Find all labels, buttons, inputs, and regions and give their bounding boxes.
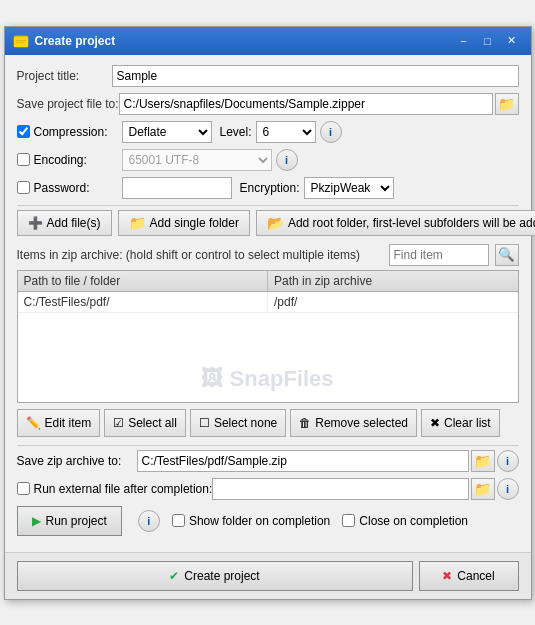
show-folder-option: Show folder on completion: [172, 514, 330, 528]
col-header-2: Path in zip archive: [268, 271, 518, 291]
remove-selected-button[interactable]: 🗑 Remove selected: [290, 409, 417, 437]
run-external-label: Run external file after completion:: [34, 482, 213, 496]
encryption-label: Encryption:: [240, 181, 300, 195]
table-row[interactable]: C:/TestFiles/pdf/ /pdf/: [18, 292, 518, 313]
clear-icon: ✖: [430, 416, 440, 430]
table-cell-zip: /pdf/: [268, 292, 518, 312]
project-title-input[interactable]: [112, 65, 519, 87]
table-body: C:/TestFiles/pdf/ /pdf/ 🖼 SnapFiles: [18, 292, 518, 402]
run-project-info-button[interactable]: i: [138, 510, 160, 532]
minimize-button[interactable]: −: [453, 32, 475, 50]
search-button[interactable]: 🔍: [495, 244, 519, 266]
watermark: 🖼 SnapFiles: [201, 366, 333, 392]
run-external-folder-button[interactable]: 📁: [471, 478, 495, 500]
project-title-row: Project title:: [17, 65, 519, 87]
encoding-select[interactable]: 65001 UTF-8: [122, 149, 272, 171]
encoding-checkbox[interactable]: [17, 153, 30, 166]
folder-icon-3: 📁: [474, 481, 491, 497]
divider-2: [17, 445, 519, 446]
folder-icon-2: 📁: [474, 453, 491, 469]
add-root-button[interactable]: 📂 Add root folder, first-level subfolder…: [256, 210, 535, 236]
encryption-select[interactable]: PkzipWeak: [304, 177, 394, 199]
save-project-input[interactable]: [119, 93, 493, 115]
select-none-button[interactable]: ☐ Select none: [190, 409, 286, 437]
compression-row: Compression: Deflate Level: 6 i: [17, 121, 519, 143]
final-buttons-row: ✔ Create project ✖ Cancel: [17, 561, 519, 591]
password-input[interactable]: [122, 177, 232, 199]
list-header: Items in zip archive: (hold shift or con…: [17, 244, 519, 266]
run-external-checkbox[interactable]: [17, 482, 30, 495]
compression-method-select[interactable]: Deflate: [122, 121, 212, 143]
select-all-icon: ☑: [113, 416, 124, 430]
run-project-button[interactable]: ▶ Run project: [17, 506, 122, 536]
search-input[interactable]: [389, 244, 489, 266]
save-zip-row: Save zip archive to: 📁 i: [17, 450, 519, 472]
clear-list-button[interactable]: ✖ Clear list: [421, 409, 500, 437]
window-icon: [13, 33, 29, 49]
encoding-row: Encoding: 65001 UTF-8 i: [17, 149, 519, 171]
add-folder-button[interactable]: 📁 Add single folder: [118, 210, 250, 236]
add-folder-icon: 📁: [129, 215, 146, 231]
close-on-option: Close on completion: [342, 514, 468, 528]
add-buttons-row: ➕ Add file(s) 📁 Add single folder 📂 Add …: [17, 210, 519, 236]
divider-1: [17, 205, 519, 206]
add-root-icon: 📂: [267, 215, 284, 231]
close-on-checkbox[interactable]: [342, 514, 355, 527]
run-external-info-button[interactable]: i: [497, 478, 519, 500]
svg-rect-2: [16, 40, 26, 41]
title-bar: Create project − □ ✕: [5, 27, 531, 55]
col-header-1: Path to file / folder: [18, 271, 269, 291]
table-cell-path: C:/TestFiles/pdf/: [18, 292, 269, 312]
show-folder-checkbox[interactable]: [172, 514, 185, 527]
select-all-button[interactable]: ☑ Select all: [104, 409, 186, 437]
edit-icon: ✏️: [26, 416, 41, 430]
remove-icon: 🗑: [299, 416, 311, 430]
password-checkbox[interactable]: [17, 181, 30, 194]
encoding-info-button[interactable]: i: [276, 149, 298, 171]
cancel-icon: ✖: [442, 569, 452, 583]
level-label: Level:: [220, 125, 252, 139]
password-label: Password:: [34, 181, 122, 195]
content-area: Project title: Save project file to: 📁 C…: [5, 55, 531, 552]
window-title: Create project: [35, 34, 453, 48]
edit-item-button[interactable]: ✏️ Edit item: [17, 409, 101, 437]
cancel-button[interactable]: ✖ Cancel: [419, 561, 519, 591]
save-zip-folder-button[interactable]: 📁: [471, 450, 495, 472]
list-section-label: Items in zip archive: (hold shift or con…: [17, 248, 383, 262]
close-button[interactable]: ✕: [501, 32, 523, 50]
save-zip-input[interactable]: [137, 450, 469, 472]
run-external-input[interactable]: [212, 478, 468, 500]
folder-icon: 📁: [498, 96, 515, 112]
action-buttons-row: ✏️ Edit item ☑ Select all ☐ Select none …: [17, 409, 519, 437]
run-external-row: Run external file after completion: 📁 i: [17, 478, 519, 500]
add-files-button[interactable]: ➕ Add file(s): [17, 210, 112, 236]
select-none-icon: ☐: [199, 416, 210, 430]
compression-checkbox[interactable]: [17, 125, 30, 138]
save-project-label: Save project file to:: [17, 97, 119, 111]
encoding-label: Encoding:: [34, 153, 122, 167]
create-icon: ✔: [169, 569, 179, 583]
window-controls: − □ ✕: [453, 32, 523, 50]
save-zip-label: Save zip archive to:: [17, 454, 137, 468]
main-window: Create project − □ ✕ Project title: Save…: [4, 26, 532, 600]
compression-info-button[interactable]: i: [320, 121, 342, 143]
svg-rect-3: [16, 42, 24, 43]
save-zip-info-button[interactable]: i: [497, 450, 519, 472]
compression-label: Compression:: [34, 125, 122, 139]
level-select[interactable]: 6: [256, 121, 316, 143]
create-project-button[interactable]: ✔ Create project: [17, 561, 413, 591]
table-header: Path to file / folder Path in zip archiv…: [18, 271, 518, 292]
save-project-folder-button[interactable]: 📁: [495, 93, 519, 115]
search-icon: 🔍: [498, 247, 515, 262]
password-row: Password: Encryption: PkzipWeak: [17, 177, 519, 199]
archive-table: Path to file / folder Path in zip archiv…: [17, 270, 519, 403]
project-title-label: Project title:: [17, 69, 112, 83]
run-options-row: ▶ Run project i Show folder on completio…: [17, 506, 519, 536]
run-icon: ▶: [32, 514, 41, 528]
bottom-bar: ✔ Create project ✖ Cancel: [5, 552, 531, 599]
add-files-icon: ➕: [28, 216, 43, 230]
save-project-file-row: Save project file to: 📁: [17, 93, 519, 115]
maximize-button[interactable]: □: [477, 32, 499, 50]
